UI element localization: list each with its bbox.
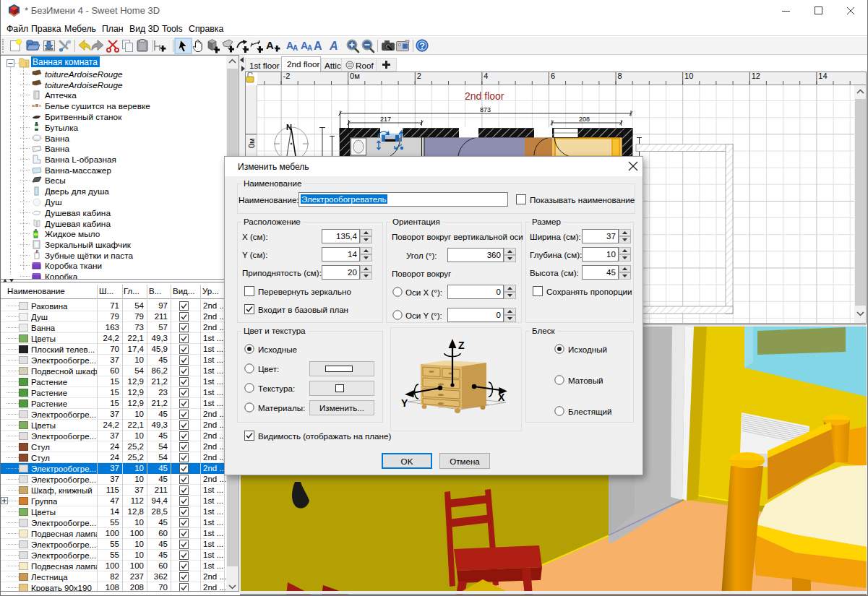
svg-text:X: X xyxy=(498,392,505,403)
svg-text:4: 4 xyxy=(484,72,488,80)
svg-text:-2: -2 xyxy=(283,72,291,80)
svg-text:A: A xyxy=(266,39,274,51)
svg-text:A: A xyxy=(314,40,322,52)
svg-text:A: A xyxy=(329,40,338,52)
svg-text:?: ? xyxy=(420,41,425,51)
svg-text:0м: 0м xyxy=(247,138,256,148)
svg-text:217: 217 xyxy=(380,116,391,123)
svg-text:10: 10 xyxy=(684,72,693,80)
svg-text:0м: 0м xyxy=(350,72,360,80)
svg-text:A: A xyxy=(307,44,312,52)
svg-text:208: 208 xyxy=(579,116,590,123)
svg-text:14: 14 xyxy=(818,72,827,80)
svg-text:12: 12 xyxy=(752,72,760,80)
svg-text:N: N xyxy=(286,123,292,131)
svg-text:6: 6 xyxy=(551,72,555,80)
svg-text:Y: Y xyxy=(401,397,408,409)
svg-text:873: 873 xyxy=(480,106,491,113)
svg-text:2nd floor: 2nd floor xyxy=(465,90,504,102)
svg-text:Z: Z xyxy=(458,340,465,351)
svg-text:8: 8 xyxy=(618,72,622,80)
svg-text:A: A xyxy=(293,44,298,52)
svg-text:2: 2 xyxy=(417,72,421,80)
